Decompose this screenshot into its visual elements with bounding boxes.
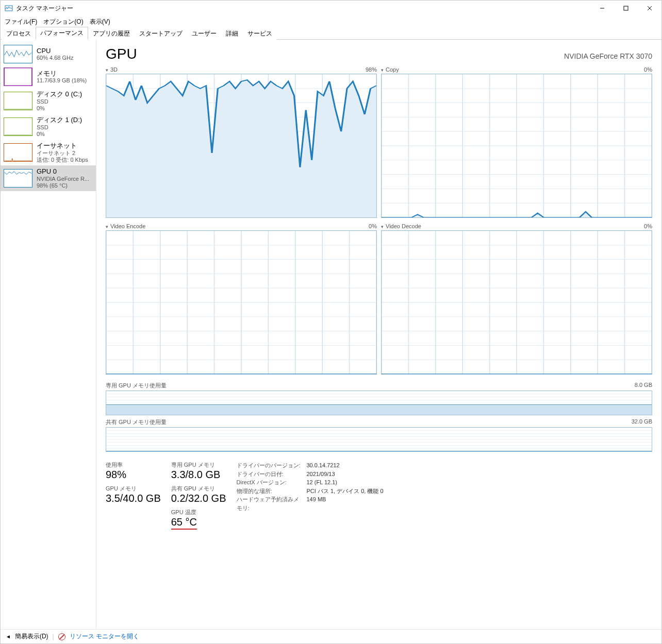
window-controls bbox=[590, 1, 661, 16]
chart-cell-video-decode: ▾Video Decode0% bbox=[381, 222, 652, 375]
separator: | bbox=[53, 633, 54, 640]
tabbar: プロセスパフォーマンスアプリの履歴スタートアップユーザー詳細サービス bbox=[1, 27, 661, 40]
minimize-button[interactable] bbox=[590, 1, 614, 16]
sidebar-thumb bbox=[4, 143, 32, 162]
stat-value: 65 °C bbox=[171, 516, 197, 530]
stat-label: GPU メモリ bbox=[106, 485, 161, 493]
tab-0[interactable]: プロセス bbox=[2, 27, 36, 40]
detail-value: 30.0.14.7212 bbox=[307, 461, 340, 470]
chart-max-label: 0% bbox=[644, 66, 652, 73]
chart-box[interactable] bbox=[106, 230, 377, 375]
sidebar-item-name: GPU 0 bbox=[37, 167, 89, 176]
sidebar-item-disk[interactable]: ディスク 0 (C:)SSD0% bbox=[1, 88, 96, 114]
page-title: GPU bbox=[106, 46, 137, 62]
tab-5[interactable]: 詳細 bbox=[221, 27, 243, 40]
maximize-button[interactable] bbox=[614, 1, 638, 16]
sidebar-item-sub1: SSD bbox=[37, 124, 82, 131]
app-icon bbox=[5, 4, 13, 12]
menu-file[interactable]: ファイル(F) bbox=[5, 18, 37, 26]
chart-box[interactable] bbox=[381, 74, 652, 218]
chart-box[interactable] bbox=[106, 74, 377, 218]
detail-value: 12 (FL 12.1) bbox=[307, 478, 338, 487]
svg-rect-5 bbox=[5, 68, 32, 86]
stats-col-1: 使用率98%GPU メモリ3.5/40.0 GB bbox=[106, 461, 161, 530]
sidebar: CPU60% 4.68 GHzメモリ11.7/63.9 GB (18%)ディスク… bbox=[1, 40, 96, 629]
detail-value: 149 MB bbox=[307, 495, 326, 512]
resource-monitor-link[interactable]: リソース モニターを開く bbox=[70, 632, 139, 641]
stat-label: GPU 温度 bbox=[171, 509, 226, 516]
sidebar-thumb bbox=[4, 92, 32, 110]
sidebar-thumb bbox=[4, 117, 32, 136]
mem-chart-label: 共有 GPU メモリ使用量 bbox=[106, 418, 167, 426]
memory-charts: 専用 GPU メモリ使用量8.0 GB共有 GPU メモリ使用量32.0 GB bbox=[106, 379, 652, 452]
stat-label: 共有 GPU メモリ bbox=[171, 485, 226, 493]
stats-col-2: 専用 GPU メモリ3.3/8.0 GB共有 GPU メモリ0.2/32.0 G… bbox=[171, 461, 226, 530]
chart-cell-video-encode: ▾Video Encode0% bbox=[106, 222, 377, 375]
stat-label: 専用 GPU メモリ bbox=[171, 461, 226, 469]
stat-value: 3.3/8.0 GB bbox=[171, 469, 226, 481]
detail-row: DirectX バージョン:12 (FL 12.1) bbox=[237, 478, 384, 487]
tab-6[interactable]: サービス bbox=[243, 27, 277, 40]
chart-max-label: 98% bbox=[366, 66, 377, 73]
resource-monitor-icon bbox=[58, 633, 65, 640]
mem-chart-label: 専用 GPU メモリ使用量 bbox=[106, 382, 167, 389]
charts-grid: ▾3D98%▾Copy0%▾Video Encode0%▾Video Decod… bbox=[106, 65, 652, 375]
sidebar-item-sub2: 0% bbox=[37, 105, 82, 112]
sidebar-item-name: CPU bbox=[37, 47, 74, 55]
main-pane: GPU NVIDIA GeForce RTX 3070 ▾3D98%▾Copy0… bbox=[96, 40, 661, 629]
chart-cell-copy: ▾Copy0% bbox=[381, 65, 652, 218]
statusbar: ◄ 簡易表示(D) | リソース モニターを開く bbox=[1, 629, 661, 643]
detail-key: 物理的な場所: bbox=[237, 487, 304, 496]
mem-chart-box[interactable] bbox=[106, 427, 652, 452]
sidebar-thumb bbox=[4, 67, 32, 86]
mem-chart-1: 共有 GPU メモリ使用量32.0 GB bbox=[106, 417, 652, 452]
sidebar-item-sub1: 11.7/63.9 GB (18%) bbox=[37, 77, 87, 84]
close-button[interactable] bbox=[638, 1, 661, 16]
sidebar-item-disk[interactable]: ディスク 1 (D:)SSD0% bbox=[1, 114, 96, 140]
sidebar-thumb bbox=[4, 45, 32, 63]
sidebar-item-eth[interactable]: イーサネットイーサネット 2送信: 0 受信: 0 Kbps bbox=[1, 140, 96, 165]
sidebar-item-sub2: 送信: 0 受信: 0 Kbps bbox=[37, 157, 88, 163]
svg-rect-105 bbox=[106, 405, 652, 415]
chart-box[interactable] bbox=[381, 230, 652, 375]
mem-chart-max: 32.0 GB bbox=[632, 418, 652, 426]
fewer-details-button[interactable]: 簡易表示(D) bbox=[15, 632, 48, 641]
details-table: ドライバーのバージョン:30.0.14.7212ドライバーの日付:2021/09… bbox=[237, 461, 384, 530]
svg-rect-2 bbox=[624, 6, 628, 10]
sidebar-item-sub2: 98% (65 °C) bbox=[37, 182, 89, 189]
sidebar-item-sub1: イーサネット 2 bbox=[37, 150, 88, 157]
stats-section: 使用率98%GPU メモリ3.5/40.0 GB 専用 GPU メモリ3.3/8… bbox=[106, 461, 652, 530]
tab-3[interactable]: スタートアップ bbox=[135, 27, 187, 40]
tab-2[interactable]: アプリの履歴 bbox=[88, 27, 135, 40]
tab-4[interactable]: ユーザー bbox=[187, 27, 221, 40]
sidebar-item-name: ディスク 0 (C:) bbox=[37, 90, 82, 98]
menu-view[interactable]: 表示(V) bbox=[90, 18, 110, 26]
detail-key: ドライバーのバージョン: bbox=[237, 461, 304, 470]
detail-value: PCI バス 1, デバイス 0, 機能 0 bbox=[307, 487, 384, 496]
titlebar: タスク マネージャー bbox=[1, 1, 661, 16]
gpu-model: NVIDIA GeForce RTX 3070 bbox=[564, 52, 652, 60]
sidebar-item-sub1: NVIDIA GeForce R... bbox=[37, 176, 89, 182]
chart-max-label: 0% bbox=[369, 223, 377, 229]
sidebar-item-sub1: 60% 4.68 GHz bbox=[37, 55, 74, 61]
mem-chart-max: 8.0 GB bbox=[635, 382, 652, 389]
sidebar-item-cpu[interactable]: CPU60% 4.68 GHz bbox=[1, 43, 96, 65]
stat-block: 共有 GPU メモリ0.2/32.0 GB bbox=[171, 485, 226, 504]
detail-row: ドライバーのバージョン:30.0.14.7212 bbox=[237, 461, 384, 470]
stat-value: 0.2/32.0 GB bbox=[171, 493, 226, 504]
chart-cell-3d: ▾3D98% bbox=[106, 65, 377, 218]
collapse-icon[interactable]: ◄ bbox=[6, 634, 11, 639]
sidebar-item-gpu[interactable]: GPU 0NVIDIA GeForce R...98% (65 °C) bbox=[1, 165, 96, 191]
sidebar-thumb bbox=[4, 169, 32, 188]
menu-options[interactable]: オプション(O) bbox=[43, 18, 83, 26]
detail-row: 物理的な場所:PCI バス 1, デバイス 0, 機能 0 bbox=[237, 487, 384, 496]
chart-label[interactable]: ▾Video Decode bbox=[381, 223, 421, 229]
sidebar-item-sub1: SSD bbox=[37, 98, 82, 105]
chart-label[interactable]: ▾Copy bbox=[381, 66, 399, 73]
chart-label[interactable]: ▾Video Encode bbox=[106, 223, 145, 229]
mem-chart-box[interactable] bbox=[106, 391, 652, 415]
sidebar-item-mem[interactable]: メモリ11.7/63.9 GB (18%) bbox=[1, 65, 96, 88]
chart-label[interactable]: ▾3D bbox=[106, 66, 118, 73]
tab-1[interactable]: パフォーマンス bbox=[36, 27, 88, 40]
window-title: タスク マネージャー bbox=[16, 4, 73, 13]
